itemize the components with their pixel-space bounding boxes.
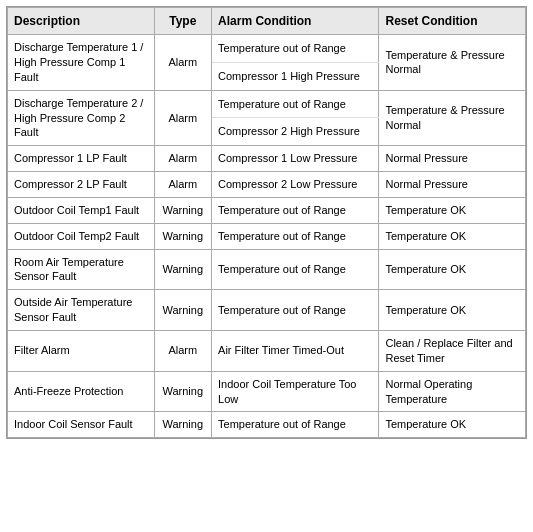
table-row: Discharge Temperature 2 / High Pressure …: [8, 90, 526, 118]
cell-type: Alarm: [154, 35, 212, 91]
cell-description: Outdoor Coil Temp2 Fault: [8, 223, 155, 249]
cell-reset: Temperature & Pressure Normal: [379, 90, 526, 146]
cell-reset: Temperature OK: [379, 412, 526, 438]
table-row: Compressor 1 LP FaultAlarmCompressor 1 L…: [8, 146, 526, 172]
cell-description: Compressor 2 LP Fault: [8, 172, 155, 198]
cell-description: Indoor Coil Sensor Fault: [8, 412, 155, 438]
cell-alarm: Temperature out of Range: [212, 249, 379, 290]
cell-description: Compressor 1 LP Fault: [8, 146, 155, 172]
cell-type: Warning: [154, 249, 212, 290]
table-row: Outside Air Temperature Sensor FaultWarn…: [8, 290, 526, 331]
cell-type: Warning: [154, 371, 212, 412]
cell-description: Outside Air Temperature Sensor Fault: [8, 290, 155, 331]
cell-reset: Temperature & Pressure Normal: [379, 35, 526, 91]
alarm-table-container: Description Type Alarm Condition Reset C…: [6, 6, 527, 439]
table-row: Filter AlarmAlarmAir Filter Timer Timed-…: [8, 331, 526, 372]
table-row: Anti-Freeze ProtectionWarningIndoor Coil…: [8, 371, 526, 412]
cell-description: Room Air Temperature Sensor Fault: [8, 249, 155, 290]
cell-description: Discharge Temperature 1 / High Pressure …: [8, 35, 155, 91]
table-row: Compressor 2 LP FaultAlarmCompressor 2 L…: [8, 172, 526, 198]
cell-description: Outdoor Coil Temp1 Fault: [8, 197, 155, 223]
table-row: Indoor Coil Sensor FaultWarningTemperatu…: [8, 412, 526, 438]
cell-type: Alarm: [154, 146, 212, 172]
cell-description: Discharge Temperature 2 / High Pressure …: [8, 90, 155, 146]
cell-reset: Temperature OK: [379, 197, 526, 223]
table-row: Outdoor Coil Temp1 FaultWarningTemperatu…: [8, 197, 526, 223]
cell-reset: Temperature OK: [379, 223, 526, 249]
cell-description: Anti-Freeze Protection: [8, 371, 155, 412]
cell-type: Alarm: [154, 331, 212, 372]
cell-alarm: Temperature out of Range: [212, 90, 379, 118]
cell-reset: Normal Pressure: [379, 172, 526, 198]
cell-alarm: Temperature out of Range: [212, 290, 379, 331]
cell-alarm: Temperature out of Range: [212, 35, 379, 63]
cell-type: Warning: [154, 197, 212, 223]
table-row: Outdoor Coil Temp2 FaultWarningTemperatu…: [8, 223, 526, 249]
cell-alarm: Compressor 1 High Pressure: [212, 62, 379, 90]
cell-alarm: Temperature out of Range: [212, 223, 379, 249]
cell-type: Warning: [154, 223, 212, 249]
table-row: Room Air Temperature Sensor FaultWarning…: [8, 249, 526, 290]
cell-alarm: Air Filter Timer Timed-Out: [212, 331, 379, 372]
cell-alarm: Compressor 1 Low Pressure: [212, 146, 379, 172]
cell-alarm: Compressor 2 High Pressure: [212, 118, 379, 146]
table-header-row: Description Type Alarm Condition Reset C…: [8, 8, 526, 35]
cell-alarm: Indoor Coil Temperature Too Low: [212, 371, 379, 412]
cell-reset: Normal Operating Temperature: [379, 371, 526, 412]
cell-type: Warning: [154, 412, 212, 438]
cell-reset: Temperature OK: [379, 249, 526, 290]
cell-type: Alarm: [154, 172, 212, 198]
cell-description: Filter Alarm: [8, 331, 155, 372]
header-description: Description: [8, 8, 155, 35]
cell-reset: Temperature OK: [379, 290, 526, 331]
cell-reset: Normal Pressure: [379, 146, 526, 172]
header-reset: Reset Condition: [379, 8, 526, 35]
cell-type: Alarm: [154, 90, 212, 146]
table-body: Discharge Temperature 1 / High Pressure …: [8, 35, 526, 438]
header-type: Type: [154, 8, 212, 35]
cell-reset: Clean / Replace Filter and Reset Timer: [379, 331, 526, 372]
table-row: Discharge Temperature 1 / High Pressure …: [8, 35, 526, 63]
cell-type: Warning: [154, 290, 212, 331]
cell-alarm: Compressor 2 Low Pressure: [212, 172, 379, 198]
alarm-table: Description Type Alarm Condition Reset C…: [7, 7, 526, 438]
cell-alarm: Temperature out of Range: [212, 197, 379, 223]
cell-alarm: Temperature out of Range: [212, 412, 379, 438]
header-alarm: Alarm Condition: [212, 8, 379, 35]
